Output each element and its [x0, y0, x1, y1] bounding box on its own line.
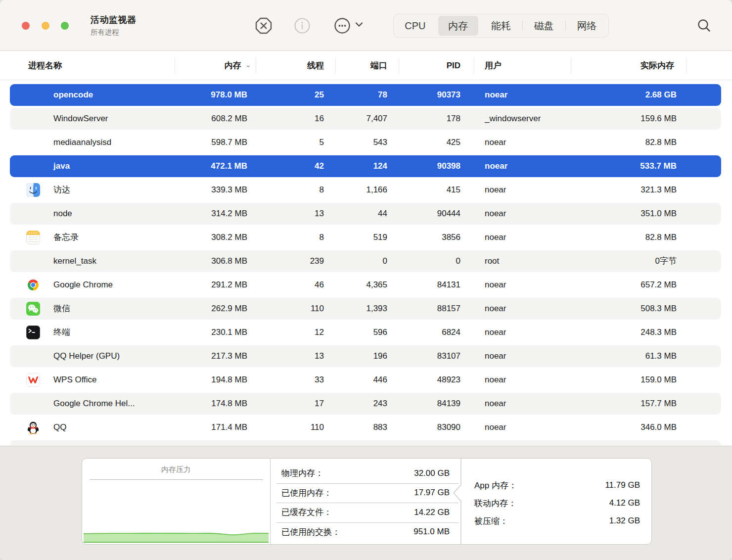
cell-rmem: 351.0 MB	[640, 203, 677, 225]
tab-label: 磁盘	[534, 19, 554, 33]
cell-name: 访达	[53, 179, 70, 201]
table-row[interactable]: WindowServer608.2 MB167,407178_windowser…	[10, 108, 721, 130]
zoom-button[interactable]	[61, 22, 69, 30]
search-icon[interactable]	[695, 17, 713, 35]
column-header-memory[interactable]: 内存 ⌄	[224, 51, 251, 80]
cell-ports: 883	[373, 417, 387, 438]
minimize-button[interactable]	[42, 22, 49, 30]
table-row[interactable]: 微信262.9 MB1101,39388157noear508.3 MB	[10, 298, 721, 320]
cell-ports: 1,393	[366, 298, 387, 320]
cell-rmem: 159.0 MB	[640, 369, 677, 391]
breakdown-value: 4.12 GB	[609, 498, 640, 508]
stat-label: 已使用的交换：	[281, 526, 340, 538]
window-title: 活动监视器	[91, 14, 137, 26]
cell-rmem: 533.7 MB	[640, 155, 677, 177]
tab-网络[interactable]: 网络	[565, 14, 608, 37]
cell-name: 终端	[53, 322, 70, 343]
table-row[interactable]: Google Chrome Hel...174.8 MB1724384139no…	[10, 393, 721, 415]
table-row[interactable]: 备忘录308.2 MB85193856noear82.8 MB	[10, 227, 721, 248]
breakdown-row: 被压缩：1.32 GB	[474, 512, 640, 530]
cell-threads: 13	[315, 345, 324, 367]
cell-rmem: 346.0 MB	[640, 417, 677, 438]
column-header-name[interactable]: 进程名称	[28, 51, 62, 80]
column-divider	[686, 58, 686, 74]
table-row[interactable]: 终端230.1 MB125966824noear248.3 MB	[10, 322, 721, 343]
more-icon[interactable]	[332, 16, 352, 36]
cell-name: node	[53, 203, 72, 225]
column-header-threads[interactable]: 线程	[307, 51, 324, 80]
cell-threads: 42	[315, 155, 324, 177]
table-row[interactable]: 访达339.3 MB81,166415noear321.3 MB	[10, 179, 721, 201]
cell-threads: 8	[320, 227, 324, 248]
cell-pid: 90444	[437, 203, 460, 225]
chevron-down-icon[interactable]	[355, 22, 363, 28]
cell-rmem: 159.6 MB	[640, 108, 677, 130]
cell-pid: 84139	[437, 393, 460, 415]
table-row[interactable]: kernel_task306.8 MB23900root0字节	[10, 250, 721, 272]
cell-mem: 314.2 MB	[211, 203, 247, 225]
table-row[interactable]: java472.1 MB4212490398noear533.7 MB	[10, 155, 721, 177]
column-divider	[571, 58, 571, 74]
cell-pid: 83107	[437, 345, 460, 367]
cell-user: noear	[485, 298, 506, 320]
qq-icon	[26, 420, 40, 434]
cell-user: root	[485, 250, 499, 272]
cell-name: Google Chrome Hel...	[53, 393, 135, 415]
column-divider	[256, 58, 256, 74]
table-row-partial[interactable]	[10, 440, 721, 445]
stop-icon[interactable]	[254, 16, 274, 36]
cell-ports: 44	[378, 203, 387, 225]
cell-threads: 25	[315, 84, 324, 106]
column-divider	[474, 58, 474, 74]
table-row[interactable]: mediaanalysisd598.7 MB5543425noear82.8 M…	[10, 132, 721, 153]
cell-mem: 608.2 MB	[211, 108, 247, 130]
tab-内存[interactable]: 内存	[437, 14, 480, 37]
terminal-icon	[26, 326, 40, 339]
column-divider	[175, 58, 175, 74]
wps-icon	[26, 373, 40, 387]
cell-pid: 425	[447, 132, 460, 153]
column-header-real-memory[interactable]: 实际内存	[640, 51, 674, 80]
memory-stat-row: 物理内存：32.00 GB	[281, 464, 450, 483]
column-header-ports[interactable]: 端口	[370, 51, 387, 80]
close-button[interactable]	[22, 22, 30, 30]
column-header-user[interactable]: 用户	[485, 51, 502, 80]
column-divider	[399, 58, 399, 74]
cell-pid: 3856	[442, 227, 460, 248]
cell-ports: 543	[373, 132, 387, 153]
view-tabs: CPU内存能耗磁盘网络	[393, 14, 609, 38]
cell-rmem: 321.3 MB	[640, 179, 677, 201]
breakdown-label: 联动内存：	[474, 498, 516, 509]
tab-磁盘[interactable]: 磁盘	[522, 14, 565, 37]
memory-stats-box: 内存压力 物理内存：32.00 GB已使用内存：17.97 GB已缓存文件：14…	[82, 458, 652, 545]
cell-user: noear	[485, 417, 506, 438]
cell-mem: 598.7 MB	[211, 132, 247, 153]
table-row[interactable]: Google Chrome291.2 MB464,36584131noear65…	[10, 274, 721, 296]
info-icon[interactable]	[292, 16, 312, 36]
cell-threads: 13	[315, 203, 324, 225]
stat-value: 951.0 MB	[413, 527, 450, 537]
cell-ports: 0	[383, 250, 387, 272]
process-table-body: opencode978.0 MB257890373noear2.68 GBWin…	[0, 80, 732, 445]
tab-CPU[interactable]: CPU	[394, 14, 437, 37]
table-header: 进程名称 内存 ⌄ 线程 端口 PID 用户 实际内存	[0, 51, 732, 80]
cell-ports: 446	[373, 369, 387, 391]
notes-icon	[26, 231, 40, 244]
cell-ports: 1,166	[366, 179, 387, 201]
memory-pressure-title: 内存压力	[82, 465, 270, 474]
cell-threads: 8	[320, 179, 324, 201]
table-row[interactable]: opencode978.0 MB257890373noear2.68 GB	[10, 84, 721, 106]
cell-pid: 415	[447, 179, 460, 201]
tab-label: 内存	[448, 19, 468, 33]
cell-user: noear	[485, 274, 506, 296]
table-row[interactable]: QQ171.4 MB11088383090noear346.0 MB	[10, 417, 721, 438]
column-header-pid[interactable]: PID	[447, 51, 460, 80]
table-row[interactable]: QQ Helper (GPU)217.3 MB1319683107noear61…	[10, 345, 721, 367]
table-row[interactable]: WPS Office194.8 MB3344648923noear159.0 M…	[10, 369, 721, 391]
breakdown-label: 被压缩：	[474, 515, 508, 527]
table-row[interactable]: node314.2 MB134490444noear351.0 MB	[10, 203, 721, 225]
tab-label: CPU	[405, 20, 425, 32]
tab-能耗[interactable]: 能耗	[480, 14, 523, 37]
cell-rmem: 61.3 MB	[645, 345, 677, 367]
cell-threads: 46	[315, 274, 324, 296]
